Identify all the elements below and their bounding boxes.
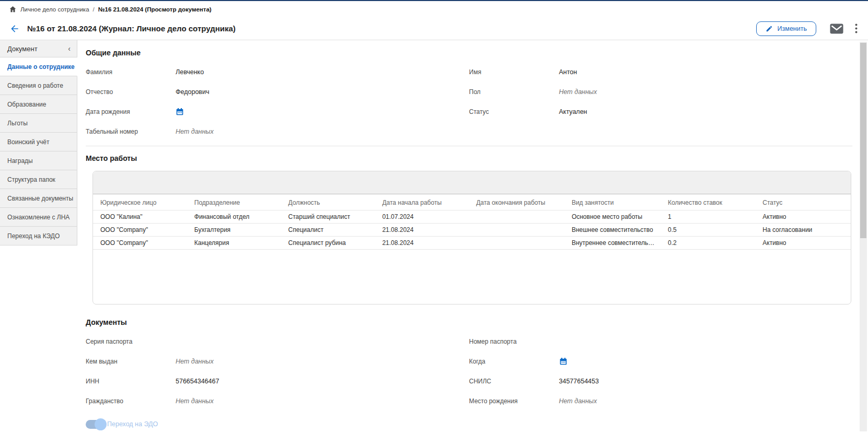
table-row[interactable]: ООО "Company" Бухгалтерия Специалист 21.… — [93, 224, 851, 237]
field-issued-when: Когда — [469, 352, 853, 371]
section-divider — [86, 146, 852, 146]
cell-status: Активно — [755, 237, 851, 250]
arrow-left-icon[interactable] — [9, 24, 20, 34]
cell-department: Финансовый отдел — [187, 210, 281, 224]
page-title: №16 от 21.08.2024 (Журнал: Личное дело с… — [27, 24, 236, 33]
sidebar-item-label: Награды — [7, 157, 33, 165]
cell-position: Специалист рубина — [281, 237, 375, 250]
breadcrumb-current: №16 21.08.2024 (Просмотр документа) — [98, 6, 212, 13]
sidebar-item-label: Переход на КЭДО — [7, 232, 60, 240]
sidebar-item-label: Связанные документы — [7, 195, 73, 202]
table-row[interactable]: ООО "Company" Канцелярия Специалист руби… — [93, 237, 851, 250]
workplace-table: Юридическое лицо Подразделение Должность… — [93, 194, 851, 250]
field-status: Статус Актуален — [469, 102, 853, 122]
field-value: Антон — [559, 68, 577, 76]
field-value: Актуален — [559, 108, 587, 115]
edo-toggle-label: Переход на ЭДО — [107, 420, 158, 428]
col-legal-entity: Юридическое лицо — [93, 194, 187, 210]
cell-position: Специалист — [281, 224, 375, 237]
field-label: Имя — [469, 68, 559, 76]
field-citizenship: Гражданство Нет данных — [86, 391, 469, 411]
edit-button[interactable]: Изменить — [756, 21, 816, 36]
field-label: Кем выдан — [86, 358, 176, 365]
cell-end-date — [469, 210, 564, 224]
col-position: Должность — [281, 194, 375, 210]
sidebar-title: Документ — [7, 45, 38, 53]
document-content: Общие данные Фамилия Левченко Отчество Ф… — [77, 40, 868, 433]
field-gender: Пол Нет данных — [469, 82, 853, 102]
cell-employment-type: Внешнее совместительство — [564, 224, 661, 237]
col-employment-type: Вид занятости — [564, 194, 661, 210]
col-department: Подразделение — [187, 194, 281, 210]
sidebar-item-awards[interactable]: Награды — [0, 151, 77, 170]
cell-rate-count: 0.5 — [661, 224, 755, 237]
col-start-date: Дата начала работы — [375, 194, 469, 210]
breadcrumb-separator: / — [93, 6, 95, 13]
field-last-name: Фамилия Левченко — [86, 62, 469, 82]
table-row[interactable]: ООО "Калина" Финансовый отдел Старший сп… — [93, 210, 851, 224]
cell-position: Старший специалист — [281, 210, 375, 224]
cell-legal-entity: ООО "Калина" — [93, 210, 187, 224]
vertical-scrollbar[interactable] — [860, 42, 867, 431]
field-inn: ИНН 576654346467 — [86, 371, 469, 391]
sidebar-item-label: Сведения о работе — [7, 82, 63, 89]
field-first-name: Имя Антон — [469, 62, 853, 82]
field-value: 576654346467 — [176, 378, 219, 385]
sidebar-item-employee-data[interactable]: Данные о сотруднике — [0, 57, 77, 76]
sidebar-item-work-info[interactable]: Сведения о работе — [0, 76, 77, 95]
sidebar-item-benefits[interactable]: Льготы — [0, 114, 77, 133]
toggle-knob — [95, 418, 107, 430]
title-bar: №16 от 21.08.2024 (Журнал: Личное дело с… — [0, 17, 868, 40]
sidebar-item-lna-review[interactable]: Ознакомление с ЛНА — [0, 208, 77, 227]
sidebar-item-label: Образование — [7, 101, 46, 108]
field-value: Нет данных — [559, 88, 597, 96]
cell-end-date — [469, 237, 564, 250]
field-label: Статус — [469, 108, 559, 115]
field-passport-number: Номер паспорта — [469, 332, 853, 352]
sidebar-item-kedo-transition[interactable]: Переход на КЭДО — [0, 227, 77, 245]
field-label: Серия паспорта — [86, 338, 176, 345]
table-header-row: Юридическое лицо Подразделение Должность… — [93, 194, 851, 210]
home-icon[interactable] — [9, 5, 17, 13]
workplace-table-card: Юридическое лицо Подразделение Должность… — [92, 171, 851, 305]
field-label: Табельный номер — [86, 128, 176, 135]
pencil-icon — [766, 25, 773, 32]
field-personnel-number: Табельный номер Нет данных — [86, 122, 469, 142]
kebab-menu-icon[interactable] — [855, 24, 858, 33]
chevron-left-icon[interactable]: ‹ — [68, 44, 71, 53]
edo-toggle-switch[interactable] — [86, 420, 106, 429]
cell-start-date: 21.08.2024 — [375, 237, 469, 250]
sidebar-item-linked-documents[interactable]: Связанные документы — [0, 189, 77, 208]
field-value: Федорович — [176, 88, 209, 96]
envelope-icon[interactable] — [830, 24, 843, 34]
field-label: Дата рождения — [86, 108, 176, 115]
breadcrumb-parent[interactable]: Личное дело сотрудника — [20, 6, 89, 13]
calendar-icon[interactable] — [559, 357, 568, 366]
field-label: Гражданство — [86, 397, 176, 405]
calendar-icon[interactable] — [176, 108, 184, 116]
cell-department: Бухгалтерия — [187, 224, 281, 237]
document-sidebar: Документ ‹ Данные о сотруднике Сведения … — [0, 40, 77, 433]
cell-start-date: 21.08.2024 — [375, 224, 469, 237]
sidebar-item-folder-structure[interactable]: Структура папок — [0, 170, 77, 189]
field-label: Фамилия — [86, 68, 176, 76]
field-birth-place: Место рождения Нет данных — [469, 391, 853, 411]
sidebar-item-label: Структура папок — [7, 176, 55, 183]
documents-fields: Серия паспорта Кем выдан Нет данных ИНН … — [86, 332, 852, 411]
cell-employment-type: Внутреннее совместитель… — [564, 237, 661, 250]
workplace-section-heading: Место работы — [86, 154, 852, 162]
field-value: Нет данных — [176, 128, 214, 135]
scrollbar-thumb[interactable] — [860, 43, 866, 238]
cell-end-date — [469, 224, 564, 237]
sidebar-item-label: Данные о сотруднике — [7, 63, 75, 71]
field-passport-series: Серия паспорта — [86, 332, 469, 352]
field-issued-by: Кем выдан Нет данных — [86, 352, 469, 371]
edit-button-label: Изменить — [778, 25, 807, 32]
general-fields: Фамилия Левченко Отчество Федорович Дата… — [86, 62, 852, 142]
field-middle-name: Отчество Федорович — [86, 82, 469, 102]
col-rate-count: Количество ставок — [661, 194, 755, 210]
sidebar-item-education[interactable]: Образование — [0, 95, 77, 114]
sidebar-item-military[interactable]: Воинский учёт — [0, 133, 77, 151]
cell-rate-count: 1 — [661, 210, 755, 224]
cell-rate-count: 0.2 — [661, 237, 755, 250]
